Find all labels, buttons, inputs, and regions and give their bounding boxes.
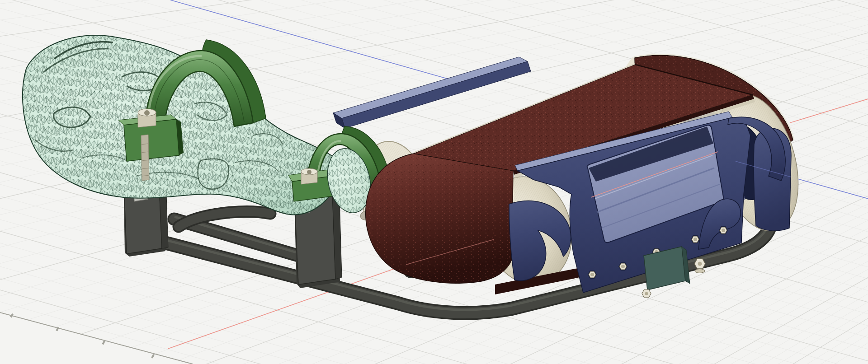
frame-bolt[interactable] — [694, 259, 705, 273]
frame-bolt[interactable] — [642, 289, 651, 298]
threaded-rod — [141, 135, 149, 181]
cap-screw[interactable] — [138, 109, 156, 127]
cad-viewport[interactable] — [0, 0, 868, 364]
cap-screw[interactable] — [301, 168, 317, 184]
